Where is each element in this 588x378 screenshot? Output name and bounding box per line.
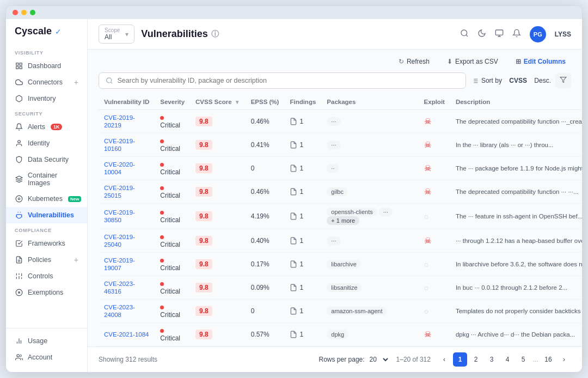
prev-page-button[interactable]: ‹ [437,352,451,367]
col-cvss[interactable]: CVSS Score ▼ [190,94,246,110]
exploit-empty-icon: ○ [424,283,429,292]
description-text: ··· through 1.2.12 has a heap-based buff… [456,237,582,244]
cvss-badge: 9.8 [195,259,212,269]
spacer-cell [408,204,419,229]
titlebar-minimize[interactable] [21,10,27,15]
sidebar-item-vulnerabilities[interactable]: Vulnerabilities [6,207,87,223]
epss-cell: 0.46% [246,180,285,204]
search-icon[interactable] [460,29,469,40]
col-vuln-id[interactable]: Vulnerability ID [99,94,155,110]
sidebar-item-usage[interactable]: Usage [6,333,87,349]
spacer-cell [408,300,419,323]
col-exploit[interactable]: Exploit [419,94,450,110]
sidebar-item-inventory[interactable]: Inventory [6,90,87,107]
filter-icon [560,76,567,83]
refresh-label: Refresh [407,58,430,65]
packages-cell: ·· [321,157,407,180]
cve-link[interactable]: CVE-2020-10004 [104,161,135,175]
titlebar-close[interactable] [13,10,18,15]
spacer-cell [408,110,419,133]
findings-icon [290,331,297,338]
cve-link[interactable]: CVE-2019-25015 [104,185,135,199]
cve-link[interactable]: CVE-2019-10160 [104,138,135,152]
export-csv-button[interactable]: ⬇ Export as CSV [442,55,504,68]
scope-value: All [105,33,120,41]
findings-value: 1 [290,188,316,196]
page-1-button[interactable]: 1 [453,352,467,367]
sidebar-item-dashboard[interactable]: Dashboard [6,58,87,74]
severity-cell: Critical [155,323,190,346]
sidebar-item-account[interactable]: Account [6,349,87,365]
cvss-cell: 9.8 [190,110,246,133]
sidebar-item-identity[interactable]: Identity [6,135,87,151]
scope-select[interactable]: Scope All ▾ [99,25,134,44]
findings-cell: 1 [284,157,321,180]
sidebar-item-connectors[interactable]: Connectors + [6,74,87,90]
package-tag: ·· [327,164,339,173]
page-range: 1–20 of 312 [396,356,431,363]
search-box[interactable] [99,72,466,89]
policies-plus-icon[interactable]: + [74,255,78,264]
cve-link[interactable]: CVE-2023-46316 [104,281,135,295]
users-icon [15,353,23,362]
findings-icon [290,237,297,245]
findings-cell: 1 [284,253,321,276]
col-findings[interactable]: Findings [284,94,321,110]
topbar-right: PG LYSS [460,26,571,42]
sidebar-item-controls[interactable]: Controls [6,268,87,284]
scope-label: Scope [105,27,120,33]
col-epss[interactable]: EPSS (%) [246,94,285,110]
cve-link[interactable]: CVE-2021-1084 [104,331,149,338]
page-5-button[interactable]: 5 [516,352,530,367]
description-text: dpkg ··· Archive d··· d··· the Debian pa… [456,331,575,338]
table-row: CVE-2019-25015 Critical 9.8 0.46% 1 gilb… [99,180,582,204]
exploit-cell: ☠ [419,110,450,133]
sidebar-item-policies[interactable]: Policies + [6,252,87,268]
table-header: Vulnerability ID Severity CVSS Score ▼ E… [99,94,582,110]
sidebar-item-data-security[interactable]: Data Security [6,151,87,168]
sidebar-item-container-images[interactable]: Container Images [6,168,87,191]
epss-cell: 0.40% [246,229,285,253]
rows-per-page-select[interactable]: 20 50 100 [367,355,390,364]
page-4-button[interactable]: 4 [500,352,514,367]
toolbar: ↻ Refresh ⬇ Export as CSV ⊞ Edit Columns [88,50,582,72]
page-16-button[interactable]: 16 [541,352,555,367]
titlebar-maximize[interactable] [30,10,35,15]
next-page-button[interactable]: › [557,352,571,367]
sidebar-item-frameworks[interactable]: Frameworks [6,235,87,252]
monitor-icon[interactable] [495,29,504,40]
package-tag: gilbc [327,187,348,196]
svg-marker-36 [560,77,566,83]
cve-link[interactable]: CVE-2019-25040 [104,234,135,248]
page-3-button[interactable]: 3 [485,352,499,367]
package-tag: libarchive [327,260,360,269]
filter-button[interactable] [555,73,571,88]
cve-link[interactable]: CVE-2023-24008 [104,304,135,318]
sidebar-item-exemptions[interactable]: Exemptions [6,284,87,301]
cvss-cell: 9.8 [190,204,246,229]
search-input[interactable] [118,77,459,84]
sort-button[interactable]: Sort by CVSS Desc. [471,77,551,84]
col-description[interactable]: Description [450,94,582,110]
findings-cell: 1 [284,180,321,204]
sidebar-item-alerts[interactable]: Alerts 1K [6,119,87,135]
severity-cell: Critical [155,276,190,300]
cvss-cell: 9.8 [190,300,246,323]
moon-icon[interactable] [477,29,486,40]
page-2-button[interactable]: 2 [469,352,483,367]
package-tag: ··· [379,208,393,216]
cve-link[interactable]: CVE-2019-20219 [104,114,135,129]
col-packages[interactable]: Packages [321,94,407,110]
refresh-button[interactable]: ↻ Refresh [393,55,435,68]
findings-cell: 1 [284,110,321,133]
connectors-plus-icon[interactable]: + [74,78,78,87]
cve-link[interactable]: CVE-2019-19007 [104,257,135,271]
edit-columns-button[interactable]: ⊞ Edit Columns [510,55,571,68]
col-severity[interactable]: Severity [155,94,190,110]
sidebar-item-kubernetes[interactable]: Kubernetes New [6,191,87,207]
bell-topbar-icon[interactable] [512,29,521,40]
cve-link[interactable]: CVE-2019-30850 [104,209,135,223]
findings-cell: 1 [284,204,321,229]
severity-label: Critical [160,168,180,176]
avatar[interactable]: PG [530,26,546,42]
